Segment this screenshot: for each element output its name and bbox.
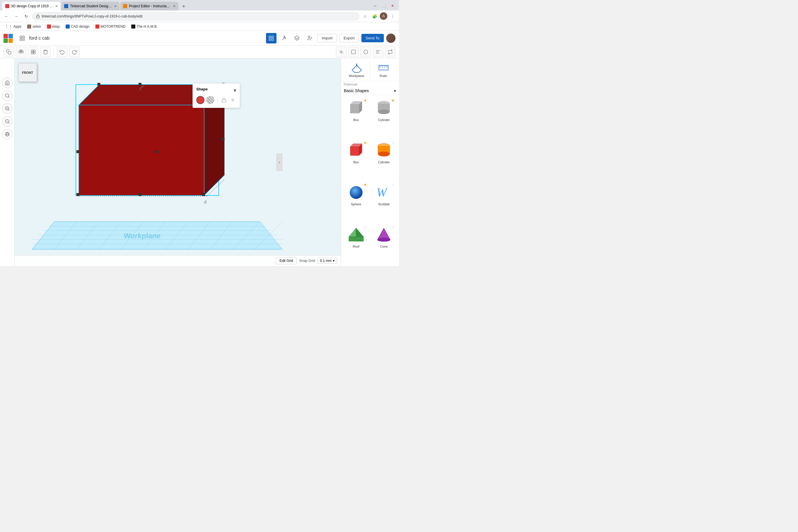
bookmark-cad[interactable]: CAD design <box>63 24 92 29</box>
menu-button[interactable]: ⋮ <box>388 12 397 20</box>
flip-button[interactable] <box>385 47 396 57</box>
canvas-area[interactable]: FRONT <box>15 58 341 266</box>
handle-rm[interactable] <box>222 138 225 140</box>
back-button[interactable]: ← <box>2 12 11 20</box>
bookmark-apps[interactable]: ⋮⋮ Apps <box>2 24 24 29</box>
handle-mm[interactable] <box>155 150 158 153</box>
handle-bm[interactable] <box>138 193 141 196</box>
zoom-out-icon <box>5 119 10 124</box>
orange-cylinder-star[interactable]: ☆ <box>391 140 395 145</box>
zoom-out-button[interactable] <box>2 116 13 127</box>
light-button[interactable] <box>336 47 346 57</box>
person-plus-button[interactable] <box>304 33 315 43</box>
undo-button[interactable] <box>57 47 68 57</box>
minimize-button[interactable]: ─ <box>371 2 379 10</box>
bookmark-seton[interactable]: seton <box>25 24 43 29</box>
sphere-star[interactable]: ★ <box>363 182 367 187</box>
tab-3[interactable]: Project Editor - Instructables × <box>120 2 178 11</box>
color-hole-swatch[interactable] <box>206 96 214 104</box>
maximize-button[interactable]: ⬜ <box>380 2 388 10</box>
orbit-button[interactable] <box>2 129 13 139</box>
handle-bl[interactable] <box>76 193 79 196</box>
view-cube-container[interactable]: FRONT <box>18 63 37 82</box>
new-tab-button[interactable]: + <box>180 2 188 11</box>
tab-2[interactable]: Tinkercad Student Design Conte... × <box>61 2 119 11</box>
ruler-tool[interactable]: Ruler <box>370 61 397 79</box>
tab-2-close[interactable]: × <box>114 4 117 8</box>
shape-item-orange-cylinder[interactable]: ☆ Cylinder <box>370 138 398 181</box>
edit-grid-button[interactable]: Edit Grid <box>276 257 297 264</box>
category-dropdown-arrow: ▾ <box>394 89 396 93</box>
color-light-icon[interactable] <box>229 97 236 103</box>
home-view-button[interactable] <box>2 78 13 88</box>
handle-br[interactable] <box>202 193 205 196</box>
tab-1[interactable]: 3D design Copy of 1919 c-cab b... × <box>2 2 61 11</box>
shape-item-gray-cylinder[interactable]: ★ Cylinder <box>370 96 398 138</box>
ungroup-button[interactable] <box>28 47 38 57</box>
tab-1-close[interactable]: × <box>55 4 58 8</box>
cone-svg <box>375 227 393 243</box>
shape-item-red-box[interactable]: ★ Box <box>342 138 370 181</box>
cone-star[interactable]: ☆ <box>391 225 395 229</box>
delete-button[interactable] <box>40 47 51 57</box>
circle-tool-button[interactable] <box>361 47 371 57</box>
handle-tl[interactable] <box>97 83 100 86</box>
view-cube[interactable]: FRONT <box>18 63 37 82</box>
zoom-in-button[interactable] <box>2 103 13 114</box>
view-3d-button[interactable] <box>266 33 277 43</box>
bookmark-ebay[interactable]: ebay <box>45 24 62 29</box>
tab-3-close[interactable]: × <box>173 4 176 8</box>
tab-3-title: Project Editor - Instructables <box>129 4 171 8</box>
shape-item-sphere[interactable]: ★ Sphere <box>342 180 370 223</box>
shape-panel-arrow[interactable]: ▾ <box>234 87 236 94</box>
svg-line-36 <box>8 109 9 110</box>
snap-value-selector[interactable]: 0.1 mm ▾ <box>317 258 337 264</box>
layers-button[interactable] <box>292 33 302 43</box>
roof-star[interactable]: ☆ <box>363 225 367 229</box>
shape-item-gray-box[interactable]: ★ Box <box>342 96 370 138</box>
forward-button[interactable]: → <box>12 12 20 20</box>
extensions-button[interactable]: 🧩 <box>370 12 379 20</box>
bookmark-motortrend[interactable]: MOTORTREND <box>93 24 128 29</box>
toolbar <box>0 45 399 58</box>
workplane-tool[interactable]: Workplane <box>343 61 370 79</box>
snap-grid-label: Snap Grid <box>299 259 315 263</box>
tinkercad-logo[interactable] <box>3 33 15 43</box>
logo-cell-yellow <box>8 38 13 43</box>
copy-icon <box>6 49 12 55</box>
redo-button[interactable] <box>69 47 80 57</box>
panel-collapse-handle[interactable]: › <box>277 153 282 171</box>
shape-item-roof[interactable]: ☆ Roof <box>342 223 370 265</box>
handle-lm[interactable] <box>76 150 79 153</box>
scribble-star[interactable]: ☆ <box>391 182 395 187</box>
grid-view-icon[interactable] <box>18 34 26 42</box>
header-actions: Import Export Send To <box>266 33 396 43</box>
gray-box-star[interactable]: ★ <box>363 98 367 103</box>
red-box-star[interactable]: ★ <box>363 140 367 145</box>
export-button[interactable]: Export <box>339 34 359 42</box>
import-button[interactable]: Import <box>317 34 337 42</box>
profile-button[interactable]: A <box>380 12 387 20</box>
address-bar[interactable]: tinkercad.com/things/ItNPTvPowcJ-copy-of… <box>32 12 359 20</box>
shape-item-scribble[interactable]: ☆ W Scribble <box>370 180 398 223</box>
gray-cylinder-star[interactable]: ★ <box>391 98 395 103</box>
fit-view-button[interactable] <box>2 90 13 101</box>
group-button[interactable] <box>16 47 26 57</box>
orange-cylinder-label: Cylinder <box>378 160 390 164</box>
align-button[interactable] <box>373 47 383 57</box>
star-button[interactable]: ☆ <box>361 12 369 20</box>
hammer-button[interactable] <box>279 33 289 43</box>
handle-tm[interactable] <box>138 83 141 86</box>
close-button[interactable]: ✕ <box>388 2 397 10</box>
reload-button[interactable]: ↻ <box>22 12 30 20</box>
shape-tool-button[interactable] <box>348 47 359 57</box>
user-avatar[interactable] <box>386 34 396 43</box>
send-to-button[interactable]: Send To <box>361 34 384 42</box>
bookmark-hamb[interactable]: The H.A.M.B. <box>129 24 160 29</box>
color-red-swatch[interactable] <box>196 96 205 104</box>
shape-item-cone[interactable]: ☆ Cone <box>370 223 398 265</box>
category-dropdown[interactable]: Basic Shapes ▾ <box>341 87 399 95</box>
design-name[interactable]: ford c cab <box>29 36 263 41</box>
copy-button[interactable] <box>3 47 14 57</box>
color-lock-icon[interactable] <box>221 97 228 103</box>
